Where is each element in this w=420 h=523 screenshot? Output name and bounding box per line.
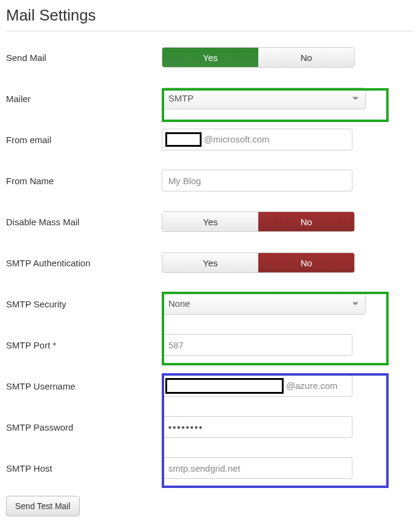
label-smtp-security: SMTP Security	[6, 299, 162, 309]
smtp-port-input[interactable]	[162, 334, 352, 356]
label-mailer: Mailer	[6, 94, 162, 104]
row-disable-mass-mail: Disable Mass Mail Yes No	[6, 211, 414, 233]
smtp-security-select[interactable]: None	[162, 293, 366, 315]
send-mail-no-button[interactable]: No	[258, 48, 354, 67]
smtp-host-input[interactable]	[162, 457, 352, 479]
smtp-auth-no-button[interactable]: No	[258, 253, 354, 272]
redaction-box	[165, 132, 202, 147]
send-test-mail-button[interactable]: Send Test Mail	[6, 496, 80, 516]
redaction-box	[165, 378, 284, 394]
row-smtp-security: SMTP Security None	[6, 293, 414, 315]
label-disable-mass-mail: Disable Mass Mail	[6, 217, 162, 227]
label-smtp-username: SMTP Username	[6, 381, 162, 391]
page-title: Mail Settings	[6, 6, 414, 25]
row-send-mail: Send Mail Yes No	[6, 47, 414, 68]
row-mailer: Mailer SMTP	[6, 88, 414, 109]
from-name-input[interactable]	[162, 170, 352, 191]
mailer-select-value: SMTP	[168, 93, 194, 103]
toggle-disable-mass-mail: Yes No	[162, 211, 355, 232]
mailer-select[interactable]: SMTP	[162, 88, 366, 109]
disable-mass-mail-yes-button[interactable]: Yes	[162, 212, 258, 231]
row-smtp-auth: SMTP Authentication Yes No	[6, 252, 414, 274]
smtp-auth-yes-button[interactable]: Yes	[162, 253, 258, 272]
label-smtp-host: SMTP Host	[6, 463, 162, 473]
toggle-send-mail: Yes No	[162, 47, 355, 68]
row-smtp-password: SMTP Password	[6, 416, 414, 438]
label-send-mail: Send Mail	[6, 53, 162, 63]
row-smtp-host: SMTP Host	[6, 457, 414, 479]
toggle-smtp-auth: Yes No	[162, 252, 355, 273]
divider	[6, 31, 414, 31]
label-smtp-password: SMTP Password	[6, 422, 162, 432]
disable-mass-mail-no-button[interactable]: No	[258, 212, 354, 231]
label-smtp-port: SMTP Port *	[6, 340, 162, 350]
row-from-name: From Name	[6, 170, 414, 191]
label-from-email: From email	[6, 135, 162, 145]
smtp-security-select-value: None	[168, 298, 190, 309]
send-mail-yes-button[interactable]: Yes	[162, 48, 258, 67]
label-from-name: From Name	[6, 176, 162, 186]
row-from-email: From email @microsoft.com	[6, 129, 414, 150]
row-smtp-port: SMTP Port *	[6, 334, 414, 356]
mail-settings-form: Mail Settings Send Mail Yes No Mailer SM…	[6, 6, 414, 516]
label-smtp-auth: SMTP Authentication	[6, 258, 162, 268]
smtp-password-input[interactable]	[162, 416, 352, 438]
row-smtp-username: SMTP Username @azure.com	[6, 375, 414, 397]
